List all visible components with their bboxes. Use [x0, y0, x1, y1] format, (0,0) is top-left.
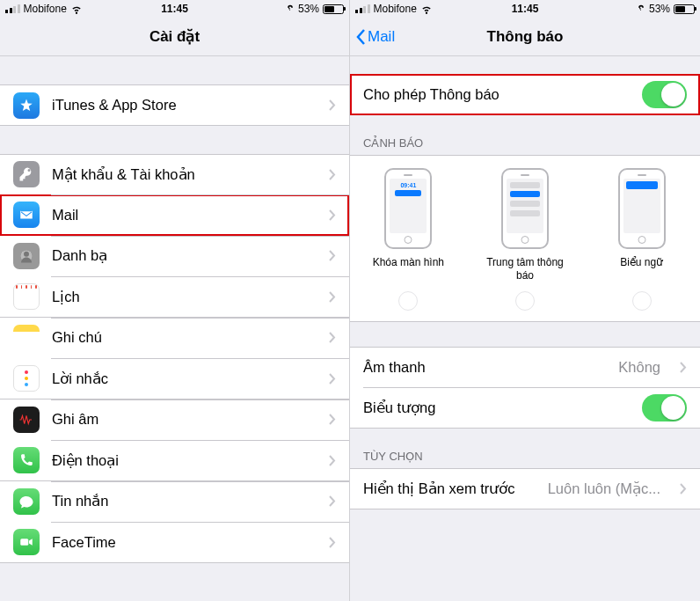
chevron-right-icon — [329, 537, 336, 548]
alert-banners[interactable]: Biểu ngữ — [594, 168, 690, 311]
chevron-right-icon — [329, 495, 336, 507]
alert-styles-row: 09:41 Khóa màn hình Trung tâm thông báo — [350, 155, 700, 322]
clock: 11:45 — [161, 3, 188, 15]
battery-icon — [674, 4, 695, 14]
alert-notification-center[interactable]: Trung tâm thông báo — [477, 168, 573, 311]
cell-notes[interactable]: Ghi chú — [0, 318, 349, 359]
cell-mail[interactable]: Mail — [0, 194, 349, 236]
cell-show-previews[interactable]: Hiển thị Bản xem trước Luôn luôn (Mặc... — [350, 468, 700, 509]
key-icon — [13, 161, 40, 187]
chevron-right-icon — [329, 99, 336, 111]
clock: 11:45 — [512, 3, 539, 15]
calendar-icon — [13, 283, 40, 310]
chevron-right-icon — [680, 362, 687, 373]
back-button[interactable]: Mail — [355, 28, 395, 46]
cell-contacts[interactable]: Danh bạ — [0, 236, 349, 277]
cell-facetime[interactable]: FaceTime — [0, 522, 349, 563]
cell-itunes-appstore[interactable]: iTunes & App Store — [0, 84, 349, 126]
cell-phone[interactable]: Điện thoại — [0, 440, 349, 481]
notification-center-radio[interactable] — [515, 291, 535, 311]
svg-point-0 — [24, 251, 29, 256]
settings-list[interactable]: iTunes & App Store Mật khẩu & Tài khoản … — [0, 56, 349, 601]
chevron-right-icon — [329, 291, 336, 303]
cell-allow-notifications[interactable]: Cho phép Thông báo — [350, 74, 700, 115]
carrier-label: Mobifone — [24, 3, 67, 15]
notification-center-preview-icon — [501, 168, 549, 249]
chevron-right-icon — [329, 209, 336, 221]
notes-icon — [13, 325, 40, 351]
phone-icon — [13, 447, 40, 473]
sounds-value: Không — [618, 359, 660, 376]
status-bar: Mobifone 11:45 53% — [350, 0, 700, 18]
section-header-alerts: CẢNH BÁO — [350, 115, 700, 155]
page-title: Cài đặt — [149, 27, 200, 46]
chevron-right-icon — [329, 373, 336, 385]
chevron-right-icon — [329, 414, 336, 425]
voice-memos-icon — [13, 407, 40, 433]
battery-percent: 53% — [298, 3, 319, 15]
lockscreen-radio[interactable] — [398, 291, 418, 311]
facetime-icon — [13, 529, 40, 555]
nav-bar: Cài đặt — [0, 18, 349, 56]
orientation-lock-icon — [286, 4, 295, 13]
chevron-right-icon — [329, 455, 336, 466]
mail-icon — [13, 202, 40, 228]
badges-toggle[interactable] — [642, 394, 687, 421]
chevron-right-icon — [329, 250, 336, 261]
chevron-right-icon — [329, 332, 336, 343]
battery-percent: 53% — [649, 3, 670, 15]
notifications-screen: Mobifone 11:45 53% Mail Thông báo Cho ph… — [350, 0, 700, 601]
signal-bars-icon — [5, 4, 20, 13]
banners-radio[interactable] — [632, 291, 652, 311]
cell-badges[interactable]: Biểu tượng — [350, 387, 700, 429]
battery-icon — [323, 4, 344, 14]
nav-bar: Mail Thông báo — [350, 18, 700, 56]
chevron-right-icon — [680, 483, 687, 495]
section-header-options: TÙY CHỌN — [350, 429, 700, 468]
cell-voice-memos[interactable]: Ghi âm — [0, 399, 349, 441]
orientation-lock-icon — [637, 4, 645, 13]
cell-calendar[interactable]: Lịch — [0, 276, 349, 318]
wifi-icon — [420, 3, 433, 15]
status-bar: Mobifone 11:45 53% — [0, 0, 349, 18]
svg-rect-1 — [20, 539, 28, 546]
cell-reminders[interactable]: Lời nhắc — [0, 358, 349, 399]
cell-sounds[interactable]: Âm thanh Không — [350, 347, 700, 388]
messages-icon — [13, 488, 40, 515]
alert-lockscreen[interactable]: 09:41 Khóa màn hình — [360, 168, 456, 311]
contacts-icon — [13, 243, 40, 269]
back-label: Mail — [368, 28, 395, 46]
chevron-left-icon — [355, 28, 366, 46]
signal-bars-icon — [355, 4, 370, 13]
allow-notifications-toggle[interactable] — [642, 81, 687, 108]
banners-preview-icon — [618, 168, 666, 249]
cell-messages[interactable]: Tin nhắn — [0, 481, 349, 523]
wifi-icon — [70, 3, 83, 15]
lockscreen-preview-icon: 09:41 — [384, 168, 432, 249]
settings-screen: Mobifone 11:45 53% Cài đặt iTunes & App … — [0, 0, 350, 601]
notification-settings-list[interactable]: Cho phép Thông báo CẢNH BÁO 09:41 Khóa m… — [350, 56, 700, 601]
reminders-icon — [13, 365, 40, 392]
appstore-icon — [13, 92, 40, 119]
cell-passwords[interactable]: Mật khẩu & Tài khoản — [0, 154, 349, 195]
preview-value: Luôn luôn (Mặc... — [548, 480, 660, 497]
carrier-label: Mobifone — [374, 3, 417, 15]
chevron-right-icon — [329, 169, 336, 180]
page-title: Thông báo — [487, 28, 564, 46]
